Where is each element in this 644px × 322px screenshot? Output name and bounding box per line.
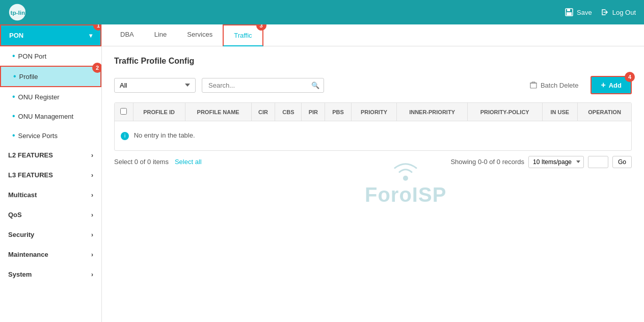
- security-chevron-icon: ›: [91, 231, 93, 238]
- col-priority: PRIORITY: [351, 103, 396, 121]
- dot-icon: •: [12, 112, 15, 121]
- select-all-checkbox[interactable]: [120, 108, 127, 115]
- sidebar-item-onu-register[interactable]: • ONU Register: [0, 87, 101, 106]
- dot-icon: •: [12, 92, 15, 101]
- logout-button[interactable]: Log Out: [600, 8, 636, 17]
- maintenance-chevron-icon: ›: [91, 251, 93, 258]
- svg-rect-4: [567, 12, 572, 15]
- logo: tp-link: [8, 3, 26, 21]
- col-in-use: IN USE: [542, 103, 578, 121]
- tab-line[interactable]: Line: [144, 24, 177, 46]
- qos-label: QoS: [8, 211, 22, 219]
- logout-label: Log Out: [612, 9, 636, 16]
- batch-delete-button[interactable]: Batch Delete: [523, 78, 584, 92]
- sidebar-item-profile[interactable]: • Profile 2: [0, 66, 101, 87]
- col-cbs: CBS: [275, 103, 302, 121]
- pon-port-label: PON Port: [18, 52, 47, 60]
- per-page-select[interactable]: 10 Items/page20 Items/page50 Items/page: [528, 156, 584, 168]
- maintenance-label: Maintenance: [8, 251, 48, 258]
- multicast-chevron-icon: ›: [91, 192, 93, 199]
- dot-icon: •: [12, 51, 15, 61]
- sidebar-l3-features[interactable]: L3 FEATURES ›: [0, 165, 101, 185]
- sidebar-pon-header[interactable]: PON 1 ▾: [0, 24, 101, 46]
- empty-message: No entry in the table.: [134, 131, 195, 139]
- watermark-text: ForoISP: [365, 183, 446, 206]
- tab-traffic[interactable]: Traffic 3: [223, 24, 263, 46]
- footer-left: Select 0 of 0 items Select all: [114, 158, 202, 166]
- table-footer: Select 0 of 0 items Select all Showing 0…: [114, 151, 632, 173]
- pon-badge: 1: [93, 24, 102, 31]
- footer-right: Showing 0-0 of 0 records 10 Items/page20…: [450, 156, 632, 168]
- go-button[interactable]: Go: [612, 156, 632, 168]
- profile-label: Profile: [19, 73, 38, 81]
- page-title: Traffic Profile Config: [114, 57, 632, 66]
- sidebar-qos[interactable]: QoS ›: [0, 205, 101, 225]
- tab-bar: DBA Line Services Traffic 3: [102, 24, 644, 46]
- col-pbs: PBS: [325, 103, 351, 121]
- col-profile-id: PROFILE ID: [133, 103, 185, 121]
- system-label: System: [8, 271, 32, 278]
- dot-icon: •: [12, 131, 15, 140]
- col-profile-name: PROFILE NAME: [185, 103, 251, 121]
- header-right: Save Log Out: [565, 8, 636, 17]
- service-ports-label: Service Ports: [18, 132, 58, 140]
- batch-delete-label: Batch Delete: [541, 82, 578, 89]
- filter-select[interactable]: All: [114, 78, 196, 93]
- save-button[interactable]: Save: [565, 8, 592, 17]
- tab-dba[interactable]: DBA: [110, 24, 144, 46]
- save-label: Save: [577, 9, 592, 16]
- l3-label: L3 FEATURES: [8, 171, 53, 179]
- pon-label: PON: [9, 32, 23, 39]
- page-content: ForoISP Traffic Profile Config All 🔍 Bat…: [102, 46, 644, 322]
- onu-management-label: ONU Management: [18, 113, 73, 120]
- empty-row: i No entry in the table.: [115, 121, 631, 150]
- l2-label: L2 FEATURES: [8, 151, 53, 159]
- system-chevron-icon: ›: [91, 271, 93, 278]
- pon-chevron-icon: ▾: [89, 32, 92, 39]
- sidebar-item-pon-port[interactable]: • PON Port: [0, 46, 101, 66]
- showing-label: Showing 0-0 of 0 records: [450, 158, 524, 166]
- svg-rect-6: [530, 83, 536, 88]
- main-content: DBA Line Services Traffic 3 Fo: [102, 24, 644, 322]
- traffic-badge: 3: [256, 24, 266, 31]
- sidebar-item-onu-management[interactable]: • ONU Management: [0, 106, 101, 126]
- save-icon: [565, 8, 574, 17]
- sidebar-item-service-ports[interactable]: • Service Ports: [0, 126, 101, 145]
- table-header-row: PROFILE ID PROFILE NAME CIR CBS PIR PBS …: [115, 103, 631, 121]
- l3-chevron-icon: ›: [91, 172, 93, 179]
- add-label: Add: [609, 82, 622, 89]
- svg-point-5: [403, 175, 408, 180]
- col-pir: PIR: [302, 103, 325, 121]
- svg-text:tp-link: tp-link: [11, 9, 27, 16]
- sidebar-multicast[interactable]: Multicast ›: [0, 185, 101, 205]
- page-number-input[interactable]: [588, 156, 608, 168]
- header: tp-link Save Log Out: [0, 0, 644, 24]
- select-all-label: Select all: [175, 158, 202, 166]
- search-box: 🔍: [202, 78, 324, 93]
- svg-rect-3: [567, 9, 570, 11]
- security-label: Security: [8, 231, 34, 238]
- select-all-link[interactable]: Select all: [175, 158, 202, 166]
- plus-icon: +: [601, 81, 605, 90]
- add-badge: 4: [625, 72, 635, 82]
- sidebar-security[interactable]: Security ›: [0, 225, 101, 245]
- go-label: Go: [618, 158, 626, 166]
- toolbar: All 🔍 Batch Delete + Add 4: [114, 76, 632, 94]
- profile-badge: 2: [92, 63, 102, 73]
- search-input[interactable]: [206, 78, 311, 92]
- sidebar: PON 1 ▾ • PON Port • Profile 2 • ONU Reg…: [0, 24, 102, 322]
- multicast-label: Multicast: [8, 191, 37, 199]
- select-count: Select 0 of 0 items: [114, 158, 169, 166]
- col-inner-priority: INNER-PRIORITY: [397, 103, 468, 121]
- tab-services[interactable]: Services: [177, 24, 223, 46]
- col-operation: OPERATION: [578, 103, 631, 121]
- select-all-checkbox-header[interactable]: [115, 103, 133, 121]
- sidebar-system[interactable]: System ›: [0, 264, 101, 284]
- info-icon: i: [121, 132, 129, 140]
- sidebar-l2-features[interactable]: L2 FEATURES ›: [0, 145, 101, 165]
- logout-icon: [600, 8, 609, 17]
- sidebar-maintenance[interactable]: Maintenance ›: [0, 245, 101, 264]
- data-table: PROFILE ID PROFILE NAME CIR CBS PIR PBS …: [114, 102, 632, 151]
- add-button[interactable]: + Add 4: [591, 76, 632, 94]
- dot-icon: •: [13, 72, 16, 81]
